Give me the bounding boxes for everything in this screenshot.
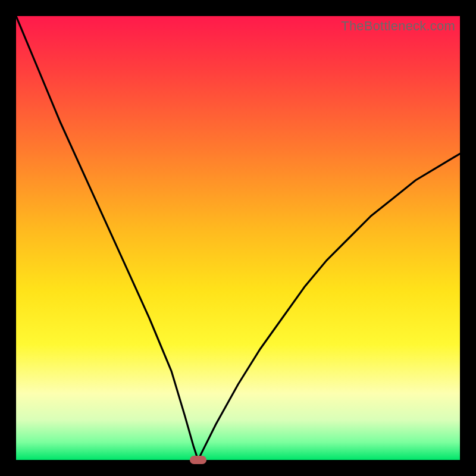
watermark-text: TheBottleneck.com xyxy=(341,18,455,34)
optimal-point-marker xyxy=(190,456,206,464)
bottleneck-curve xyxy=(16,16,460,460)
chart-plot-area: TheBottleneck.com xyxy=(16,16,460,460)
